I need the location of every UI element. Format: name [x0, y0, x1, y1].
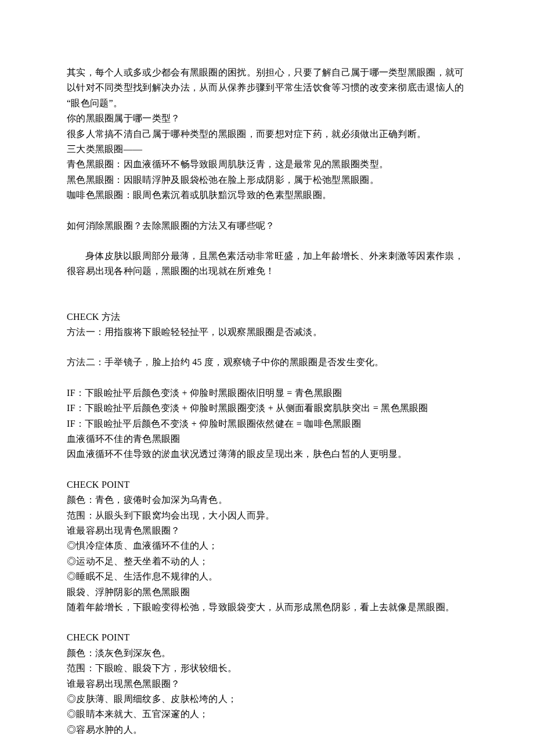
method-1: 方法一：用指腹将下眼睑轻轻扯平，以观察黑眼圈是否减淡。 [67, 325, 467, 340]
types-header: 三大类黑眼圈—— [67, 142, 467, 157]
black-description: 随着年龄增长，下眼睑变得松弛，导致眼袋变大，从而形成黑色阴影，看上去就像是黑眼圈… [67, 600, 467, 615]
black-who-question: 谁最容易出现黑色黑眼圈？ [67, 676, 467, 692]
intro-paragraph: 其实，每个人或多或少都会有黑眼圈的困扰。别担心，只要了解自己属于哪一类型黑眼圈，… [67, 65, 467, 111]
body-thin-paragraph: 身体皮肤以眼周部分最薄，且黑色素活动非常旺盛，加上年龄增长、外来刺激等因素作祟，… [67, 249, 467, 279]
if-coffee: IF：下眼睑扯平后颜色不变淡 + 仰脸时黑眼圈依然健在 = 咖啡色黑眼圈 [67, 416, 467, 431]
black-who-1: ◎皮肤薄、眼周细纹多、皮肤松垮的人； [67, 692, 467, 707]
intro-judgment: 很多人常搞不清自己属于哪种类型的黑眼圈，而要想对症下药，就必须做出正确判断。 [67, 127, 467, 142]
blue-section-header: 血液循环不佳的青色黑眼圈 [67, 431, 467, 447]
blue-range: 范围：从眼头到下眼窝均会出现，大小因人而异。 [67, 508, 467, 523]
blue-who-question: 谁最容易出现青色黑眼圈？ [67, 523, 467, 538]
if-blue: IF：下眼睑扯平后颜色变淡 + 仰脸时黑眼圈依旧明显 = 青色黑眼圈 [67, 386, 467, 401]
type-black: 黑色黑眼圈：因眼睛浮肿及眼袋松弛在脸上形成阴影，属于松弛型黑眼圈。 [67, 172, 467, 188]
black-section-header: 眼袋、浮肿阴影的黑色黑眼圈 [67, 585, 467, 600]
if-black: IF：下眼睑扯平后颜色变淡 + 仰脸时黑眼圈变淡 + 从侧面看眼窝肌肤突出 = … [67, 401, 467, 416]
blue-who-3: ◎睡眠不足、生活作息不规律的人。 [67, 569, 467, 584]
blue-who-2: ◎运动不足、整天坐着不动的人； [67, 554, 467, 569]
type-coffee: 咖啡色黑眼圈：眼周色素沉着或肌肤黯沉导致的色素型黑眼圈。 [67, 188, 467, 203]
blue-color: 颜色：青色，疲倦时会加深为乌青色。 [67, 492, 467, 507]
question-type: 你的黑眼圈属于哪一类型？ [67, 111, 467, 126]
type-blue: 青色黑眼圈：因血液循环不畅导致眼周肌肤泛青，这是最常见的黑眼圈类型。 [67, 157, 467, 172]
method-2: 方法二：手举镜子，脸上抬约 45 度，观察镜子中你的黑眼圈是否发生变化。 [67, 355, 467, 370]
blue-description: 因血液循环不佳导致的淤血状况透过薄薄的眼皮呈现出来，肤色白皙的人更明显。 [67, 447, 467, 462]
question-remove: 如何消除黑眼圈？去除黑眼圈的方法又有哪些呢？ [67, 218, 467, 233]
blue-who-1: ◎惧冷症体质、血液循环不佳的人； [67, 538, 467, 553]
check-point-1: CHECK POINT [67, 477, 467, 492]
black-who-3: ◎容易水肿的人。 [67, 722, 467, 737]
check-point-2: CHECK POINT [67, 630, 467, 645]
black-range: 范围：下眼睑、眼袋下方，形状较细长。 [67, 661, 467, 676]
black-color: 颜色：淡灰色到深灰色。 [67, 646, 467, 661]
black-who-2: ◎眼睛本来就大、五官深邃的人； [67, 707, 467, 722]
check-method-header: CHECK 方法 [67, 309, 467, 325]
